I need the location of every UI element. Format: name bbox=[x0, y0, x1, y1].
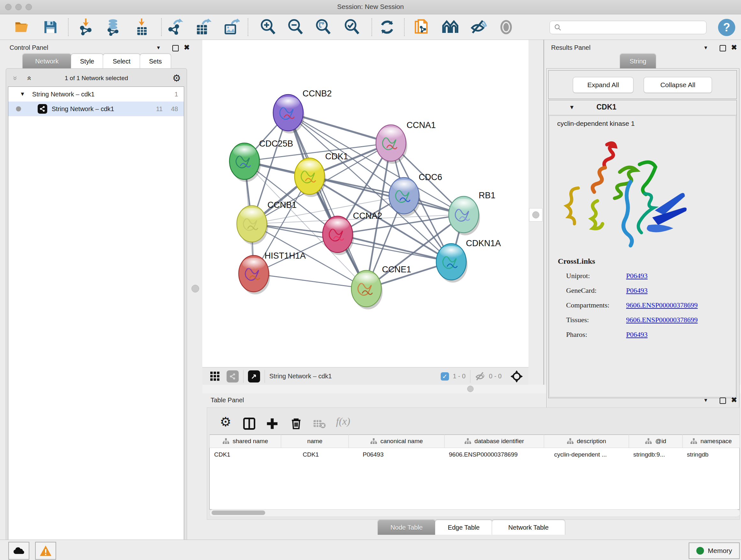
column-header[interactable]: description bbox=[544, 435, 629, 448]
string-home-button[interactable] bbox=[441, 17, 460, 37]
tab-network[interactable]: Network bbox=[22, 54, 71, 69]
tab-edge-table[interactable]: Edge Table bbox=[435, 520, 492, 535]
network-options-gear-icon[interactable]: ⚙ bbox=[172, 73, 181, 83]
column-header[interactable]: namespace bbox=[683, 435, 740, 448]
tab-style[interactable]: Style bbox=[71, 54, 104, 69]
right-splitter-handle[interactable] bbox=[529, 208, 542, 222]
table-row[interactable]: CDK1 CDK1 P06493 9606.ENSP00000378699 cy… bbox=[210, 448, 740, 462]
right-splitter[interactable] bbox=[529, 40, 544, 385]
results-panel-close-icon[interactable]: ✖ bbox=[731, 44, 737, 52]
table-horizontal-scrollbar[interactable] bbox=[209, 509, 740, 517]
node-entry-header[interactable]: ▼ CDK1 bbox=[549, 100, 737, 115]
node-label-CDC6: CDC6 bbox=[419, 172, 442, 182]
control-panel-menu-icon[interactable]: ▾ bbox=[157, 44, 160, 51]
table-gear-icon[interactable]: ⚙ bbox=[220, 415, 231, 428]
crosslink-link[interactable]: P06493 bbox=[626, 287, 648, 295]
search-icon bbox=[554, 23, 562, 32]
add-column-icon[interactable] bbox=[265, 417, 279, 431]
network-node-HIST1H1A[interactable]: HIST1H1A bbox=[239, 251, 306, 294]
zoom-fit-icon bbox=[315, 18, 332, 36]
left-splitter-handle[interactable] bbox=[192, 285, 199, 293]
expand-all-button[interactable]: Expand All bbox=[573, 77, 633, 93]
network-node-CDC25B[interactable]: CDC25B bbox=[229, 139, 293, 182]
network-node-RB1[interactable]: RB1 bbox=[449, 191, 495, 235]
crosslink-link[interactable]: P06493 bbox=[626, 272, 648, 280]
network-node-CCNE1[interactable]: CCNE1 bbox=[351, 265, 411, 309]
birds-eye-view-icon[interactable] bbox=[248, 370, 260, 382]
network-canvas[interactable]: CCNB2CCNA1CDC25BCDK1CDC6RB1CCNB1CCNA2CDK… bbox=[202, 40, 529, 367]
export-table-button[interactable] bbox=[193, 17, 212, 37]
export-network-button[interactable] bbox=[166, 17, 185, 37]
network-row[interactable]: String Network – cdk1 11 48 bbox=[8, 102, 184, 116]
collapse-all-button[interactable]: Collapse All bbox=[644, 77, 712, 93]
node-label-HIST1H1A: HIST1H1A bbox=[265, 251, 306, 260]
results-panel-float-icon[interactable] bbox=[720, 45, 726, 51]
import-table-icon bbox=[134, 18, 151, 36]
entry-collapse-icon[interactable]: ▼ bbox=[569, 104, 575, 111]
results-panel-menu-icon[interactable]: ▾ bbox=[704, 44, 707, 51]
function-builder-icon[interactable]: f(x) bbox=[336, 415, 350, 427]
tab-string[interactable]: String bbox=[620, 54, 656, 69]
column-header[interactable]: @id bbox=[629, 435, 683, 448]
table-panel-close-icon[interactable]: ✖ bbox=[731, 396, 737, 404]
memory-button[interactable]: Memory bbox=[689, 543, 740, 559]
grid-view-icon[interactable] bbox=[209, 371, 221, 382]
open-session-button[interactable] bbox=[13, 17, 32, 37]
zoom-in-button[interactable] bbox=[259, 17, 278, 37]
table-scrollbar-thumb[interactable] bbox=[212, 510, 265, 515]
tab-node-table[interactable]: Node Table bbox=[378, 520, 435, 535]
selected-checkbox-icon[interactable]: ✓ bbox=[441, 372, 449, 381]
network-node-CDKN1A[interactable]: CDKN1A bbox=[436, 239, 501, 283]
export-image-button[interactable] bbox=[221, 17, 241, 37]
hidden-eye-icon[interactable] bbox=[475, 371, 486, 382]
column-header[interactable]: shared name bbox=[210, 435, 281, 448]
tab-select[interactable]: Select bbox=[103, 54, 140, 69]
column-header[interactable]: canonical name bbox=[349, 435, 445, 448]
left-splitter[interactable] bbox=[188, 40, 202, 540]
import-table-button[interactable] bbox=[133, 17, 152, 37]
current-network-dot-icon bbox=[16, 106, 21, 111]
crosslink-link[interactable]: 9606.ENSP00000378699 bbox=[626, 316, 697, 324]
network-collection-row[interactable]: ▼ String Network – cdk1 1 bbox=[8, 87, 184, 102]
collection-label: String Network – cdk1 bbox=[32, 91, 95, 98]
network-node-CDC6[interactable]: CDC6 bbox=[389, 172, 442, 216]
hide-labels-button[interactable] bbox=[469, 17, 488, 37]
fit-selected-crosshair-icon[interactable] bbox=[510, 370, 523, 383]
crosslink-label: Compartments: bbox=[566, 301, 626, 309]
search-input[interactable] bbox=[562, 23, 706, 31]
cloud-button[interactable] bbox=[8, 542, 29, 560]
network-tab-body: » » 1 of 1 Network selected ⚙ ▼ String N… bbox=[6, 68, 187, 560]
crosslink-link[interactable]: P06493 bbox=[626, 330, 648, 339]
zoom-selected-button[interactable] bbox=[342, 17, 361, 37]
node-label-RB1: RB1 bbox=[479, 191, 495, 200]
horizontal-splitter-handle[interactable] bbox=[467, 386, 474, 392]
tab-network-table[interactable]: Network Table bbox=[492, 520, 565, 535]
network-view[interactable]: CCNB2CCNA1CDC25BCDK1CDC6RB1CCNB1CCNA2CDK… bbox=[202, 40, 529, 367]
show-columns-icon[interactable] bbox=[242, 417, 256, 431]
network-edge-count: 48 bbox=[171, 105, 178, 113]
control-panel-title: Control Panel bbox=[10, 44, 48, 51]
toolbar-search[interactable] bbox=[549, 21, 706, 34]
tree-expanded-icon[interactable]: ▼ bbox=[20, 91, 25, 98]
copy-network-button[interactable] bbox=[412, 17, 431, 37]
zoom-out-button[interactable] bbox=[286, 17, 305, 37]
save-session-button[interactable] bbox=[41, 17, 60, 37]
table-panel-menu-icon[interactable]: ▾ bbox=[704, 396, 707, 403]
apply-layout-button[interactable] bbox=[378, 17, 397, 37]
import-network-file-button[interactable] bbox=[77, 17, 96, 37]
column-header[interactable]: name bbox=[281, 435, 349, 448]
help-button[interactable]: ? bbox=[718, 19, 735, 36]
warnings-button[interactable] bbox=[35, 542, 56, 560]
tab-sets[interactable]: Sets bbox=[140, 54, 171, 69]
delete-column-icon[interactable] bbox=[289, 416, 304, 431]
zoom-fit-button[interactable] bbox=[314, 17, 333, 37]
network-badge-icon[interactable] bbox=[226, 370, 239, 382]
import-network-database-button[interactable] bbox=[104, 17, 123, 37]
control-panel-float-icon[interactable] bbox=[172, 45, 179, 51]
show-graphics-button[interactable] bbox=[496, 17, 516, 37]
column-header[interactable]: database identifier bbox=[445, 435, 544, 448]
table-panel-float-icon[interactable] bbox=[720, 397, 726, 404]
crosslink-link[interactable]: 9606.ENSP00000378699 bbox=[626, 301, 697, 309]
delete-table-icon[interactable] bbox=[313, 419, 326, 429]
network-node-CCNB2[interactable]: CCNB2 bbox=[273, 89, 332, 133]
